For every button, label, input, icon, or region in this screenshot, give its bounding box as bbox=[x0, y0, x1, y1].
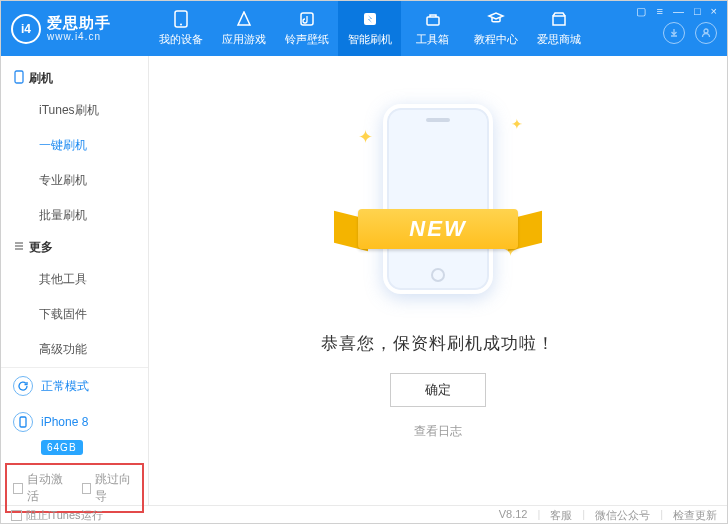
version-label: V8.12 bbox=[499, 508, 528, 523]
sidebar-item-other-tools[interactable]: 其他工具 bbox=[1, 262, 148, 297]
ringtone-icon bbox=[297, 10, 317, 28]
sidebar-item-oneclick-flash[interactable]: 一键刷机 bbox=[1, 128, 148, 163]
tab-label: 铃声壁纸 bbox=[285, 32, 329, 47]
footer-link-support[interactable]: 客服 bbox=[550, 508, 572, 523]
maximize-button[interactable]: □ bbox=[694, 5, 701, 18]
check-label: 自动激活 bbox=[27, 471, 68, 505]
tab-toolbox[interactable]: 工具箱 bbox=[401, 1, 464, 56]
success-illustration: ✦ ✦ ✦ ✦ NEW bbox=[318, 96, 558, 316]
titlebar: i4 爱思助手 www.i4.cn 我的设备 应用游戏 铃声壁纸 bbox=[1, 1, 727, 56]
content: ✦ ✦ ✦ ✦ NEW 恭喜您，保资料刷机成功啦！ 确定 查看日志 bbox=[149, 56, 727, 505]
app-subtitle: www.i4.cn bbox=[47, 31, 111, 43]
apps-icon bbox=[234, 10, 254, 28]
storage-badge: 64GB bbox=[41, 440, 83, 455]
svg-rect-8 bbox=[20, 417, 26, 427]
sidebar: 刷机 iTunes刷机 一键刷机 专业刷机 批量刷机 更多 其他工具 下载固件 … bbox=[1, 56, 149, 505]
footer-link-wechat[interactable]: 微信公众号 bbox=[595, 508, 650, 523]
sidebar-item-itunes-flash[interactable]: iTunes刷机 bbox=[1, 93, 148, 128]
user-icon[interactable] bbox=[695, 22, 717, 44]
checkbox-icon bbox=[82, 483, 92, 494]
check-label: 跳过向导 bbox=[95, 471, 136, 505]
tutorial-icon bbox=[486, 10, 506, 28]
minimize-button[interactable]: — bbox=[673, 5, 684, 18]
header-tabs: 我的设备 应用游戏 铃声壁纸 智能刷机 工具箱 bbox=[149, 1, 636, 56]
device-small-icon bbox=[13, 412, 33, 432]
svg-rect-4 bbox=[427, 17, 439, 25]
sidebar-group-more: 更多 bbox=[1, 233, 148, 262]
check-skip-wizard[interactable]: 跳过向导 bbox=[82, 471, 137, 505]
tab-label: 工具箱 bbox=[416, 32, 449, 47]
check-label: 阻止iTunes运行 bbox=[26, 508, 103, 523]
svg-rect-5 bbox=[553, 16, 565, 25]
logo-icon: i4 bbox=[11, 14, 41, 44]
tab-apps[interactable]: 应用游戏 bbox=[212, 1, 275, 56]
tab-label: 智能刷机 bbox=[348, 32, 392, 47]
check-block-itunes[interactable]: 阻止iTunes运行 bbox=[11, 508, 103, 523]
tab-store[interactable]: 爱思商城 bbox=[527, 1, 590, 56]
main: 刷机 iTunes刷机 一键刷机 专业刷机 批量刷机 更多 其他工具 下载固件 … bbox=[1, 56, 727, 505]
svg-point-6 bbox=[704, 29, 708, 33]
sidebar-group-label: 更多 bbox=[29, 239, 53, 256]
tab-label: 爱思商城 bbox=[537, 32, 581, 47]
phone-small-icon bbox=[13, 70, 23, 87]
refresh-icon bbox=[13, 376, 33, 396]
svg-point-1 bbox=[180, 24, 182, 26]
highlighted-checks: 自动激活 跳过向导 bbox=[5, 463, 144, 513]
ribbon-text: NEW bbox=[358, 209, 518, 249]
sidebar-group-label: 刷机 bbox=[29, 70, 53, 87]
confirm-button[interactable]: 确定 bbox=[390, 373, 486, 407]
checkbox-icon bbox=[13, 483, 23, 494]
checkbox-icon bbox=[11, 510, 22, 521]
mode-row[interactable]: 正常模式 bbox=[1, 368, 148, 404]
store-icon bbox=[549, 10, 569, 28]
tab-tutorial[interactable]: 教程中心 bbox=[464, 1, 527, 56]
star-icon: ✦ bbox=[358, 126, 373, 148]
more-icon bbox=[13, 240, 23, 255]
download-icon[interactable] bbox=[663, 22, 685, 44]
device-row[interactable]: iPhone 8 64GB bbox=[1, 404, 148, 459]
flash-icon bbox=[360, 10, 380, 28]
tab-my-device[interactable]: 我的设备 bbox=[149, 1, 212, 56]
tab-ringtone[interactable]: 铃声壁纸 bbox=[275, 1, 338, 56]
footer-link-update[interactable]: 检查更新 bbox=[673, 508, 717, 523]
tab-label: 应用游戏 bbox=[222, 32, 266, 47]
tab-label: 我的设备 bbox=[159, 32, 203, 47]
sidebar-item-pro-flash[interactable]: 专业刷机 bbox=[1, 163, 148, 198]
tab-flash[interactable]: 智能刷机 bbox=[338, 1, 401, 56]
close-button[interactable]: × bbox=[711, 5, 717, 18]
mode-label: 正常模式 bbox=[41, 378, 89, 395]
check-auto-activate[interactable]: 自动激活 bbox=[13, 471, 68, 505]
window-controls: ▢ ≡ — □ × bbox=[636, 1, 727, 56]
win-btn[interactable]: ≡ bbox=[656, 5, 662, 18]
toolbox-icon bbox=[423, 10, 443, 28]
phone-illustration-icon bbox=[383, 104, 493, 294]
view-log-link[interactable]: 查看日志 bbox=[414, 423, 462, 440]
app-title: 爱思助手 bbox=[47, 14, 111, 31]
tab-label: 教程中心 bbox=[474, 32, 518, 47]
svg-rect-3 bbox=[364, 13, 376, 25]
sidebar-item-batch-flash[interactable]: 批量刷机 bbox=[1, 198, 148, 233]
svg-rect-7 bbox=[15, 71, 23, 83]
sidebar-group-flash: 刷机 bbox=[1, 64, 148, 93]
brand: i4 爱思助手 www.i4.cn bbox=[1, 1, 149, 56]
device-name: iPhone 8 bbox=[41, 415, 88, 429]
sidebar-item-advanced[interactable]: 高级功能 bbox=[1, 332, 148, 367]
sidebar-item-download-firmware[interactable]: 下载固件 bbox=[1, 297, 148, 332]
ribbon-icon: NEW bbox=[328, 201, 548, 256]
star-icon: ✦ bbox=[511, 116, 523, 132]
win-btn[interactable]: ▢ bbox=[636, 5, 646, 18]
success-message: 恭喜您，保资料刷机成功啦！ bbox=[321, 332, 555, 355]
device-icon bbox=[171, 10, 191, 28]
